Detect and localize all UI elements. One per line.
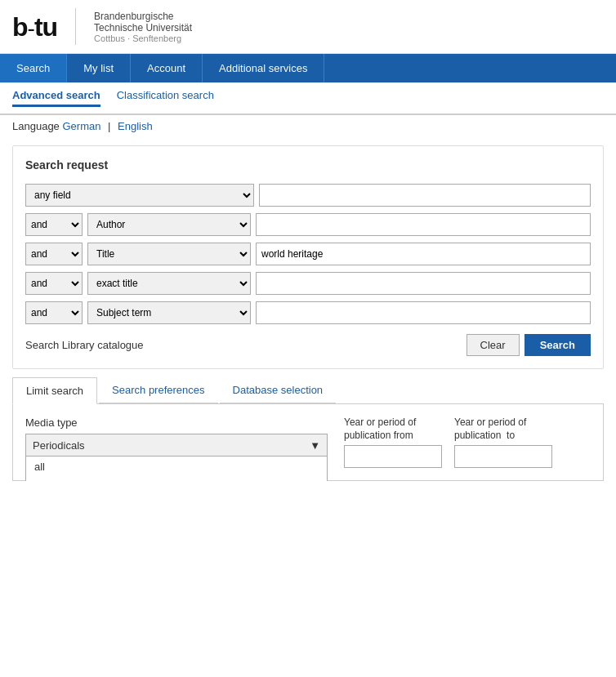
logo-mark: b-tu [12, 14, 57, 40]
dropdown-arrow-icon: ▼ [310, 439, 320, 452]
operator-select-4[interactable]: and or not [25, 272, 83, 295]
media-select-display[interactable]: Periodicals ▼ [25, 434, 328, 457]
nav-account[interactable]: Account [131, 54, 203, 82]
operator-select-5[interactable]: and or not [25, 301, 83, 324]
media-section: Media type Periodicals ▼ all Online full… [25, 416, 591, 468]
year-from-input[interactable] [344, 445, 442, 468]
limit-search-content: Media type Periodicals ▼ all Online full… [12, 404, 604, 481]
language-bar: Language German | English [0, 115, 616, 137]
search-input-3[interactable] [256, 243, 591, 265]
nav-search[interactable]: Search [0, 54, 67, 82]
tab-search-preferences[interactable]: Search preferences [99, 377, 217, 403]
search-section-title: Search request [25, 158, 591, 171]
media-selected-value: Periodicals [33, 439, 85, 452]
field-select-5[interactable]: any field Author Title exact title Subje… [87, 301, 251, 324]
media-type-group: Media type Periodicals ▼ all Online full… [25, 416, 328, 457]
action-buttons: Clear Search [466, 334, 591, 356]
sub-nav: Advanced search Classification search [0, 82, 616, 115]
logo-text: Brandenburgische Technische Universität … [94, 11, 192, 43]
logo-divider [75, 8, 76, 45]
clear-button[interactable]: Clear [466, 334, 520, 356]
media-option-online[interactable]: Online full texts [26, 477, 327, 481]
media-select-wrapper: Periodicals ▼ all Online full texts Peri… [25, 434, 328, 457]
year-from-label: Year or period ofpublication from [344, 416, 442, 442]
search-input-2[interactable] [256, 213, 591, 236]
language-separator: | [108, 120, 110, 132]
nav-mylist[interactable]: My list [67, 54, 131, 82]
media-option-all[interactable]: all [26, 457, 327, 477]
year-to-label: Year or period ofpublication to [454, 416, 552, 442]
nav-additional[interactable]: Additional services [203, 54, 324, 82]
logo-dash: - [28, 16, 34, 41]
media-dropdown: all Online full texts Periodicals Series… [25, 457, 328, 481]
year-to-group: Year or period ofpublication to [454, 416, 552, 468]
field-select-1[interactable]: any field Author Title exact title Subje… [25, 184, 254, 207]
year-from-group: Year or period ofpublication from [344, 416, 442, 468]
language-german[interactable]: German [62, 120, 100, 132]
search-input-5[interactable] [256, 301, 591, 324]
field-select-4[interactable]: any field Author Title exact title Subje… [87, 272, 251, 295]
search-input-4[interactable] [256, 272, 591, 295]
logo: b-tu Brandenburgische Technische Univers… [12, 8, 192, 45]
search-row-5: and or not any field Author Title exact … [25, 301, 591, 324]
search-row-3: and or not any field Author Title exact … [25, 243, 591, 265]
subnav-classification-search[interactable]: Classification search [117, 89, 214, 107]
search-input-1[interactable] [259, 184, 591, 207]
tabs-section: Limit search Search preferences Database… [12, 377, 604, 481]
media-type-label: Media type [25, 416, 328, 429]
search-section: Search request any field Author Title ex… [12, 145, 604, 369]
language-label: Language [12, 120, 60, 132]
search-row-1: any field Author Title exact title Subje… [25, 184, 591, 207]
search-row-4: and or not any field Author Title exact … [25, 272, 591, 295]
search-footer: Search Library catalogue Clear Search [25, 334, 591, 356]
year-to-input[interactable] [454, 445, 552, 468]
field-select-2[interactable]: any field Author Title exact title Subje… [87, 213, 251, 236]
operator-select-2[interactable]: and or not [25, 213, 83, 236]
header: b-tu Brandenburgische Technische Univers… [0, 0, 616, 54]
main-nav: Search My list Account Additional servic… [0, 54, 616, 82]
subnav-advanced-search[interactable]: Advanced search [12, 89, 100, 107]
search-button[interactable]: Search [524, 334, 591, 356]
language-english[interactable]: English [118, 120, 153, 132]
search-tabs: Limit search Search preferences Database… [12, 377, 604, 404]
search-row-2: and or not any field Author Title exact … [25, 213, 591, 236]
field-select-3[interactable]: any field Author Title exact title Subje… [87, 243, 251, 265]
tab-database-selection[interactable]: Database selection [220, 377, 337, 403]
tab-limit-search[interactable]: Limit search [12, 377, 97, 404]
year-group: Year or period ofpublication from Year o… [344, 416, 552, 468]
search-catalogue-label: Search Library catalogue [25, 339, 144, 351]
operator-select-3[interactable]: and or not [25, 243, 83, 265]
logo-tu: tu [34, 12, 57, 42]
logo-b: b [12, 12, 28, 42]
